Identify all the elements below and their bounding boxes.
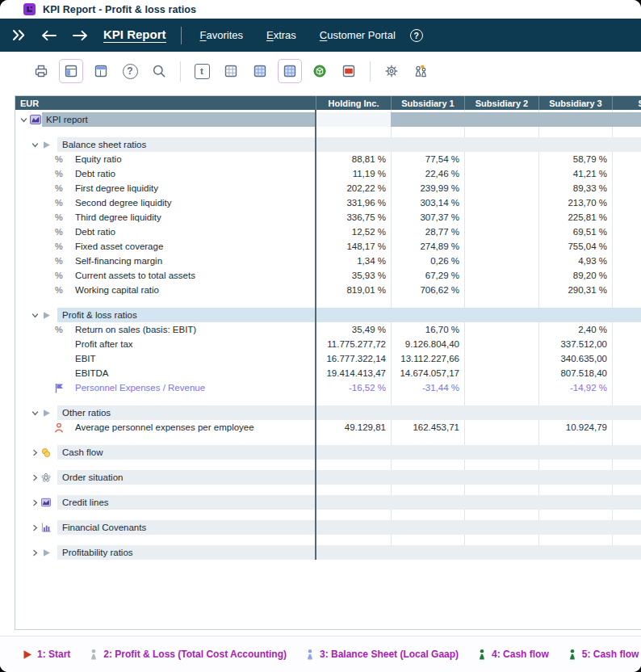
value-cell[interactable] <box>316 112 391 127</box>
row-label-cell[interactable]: KPI report <box>15 112 316 127</box>
nav-brand[interactable]: KPI Report <box>103 27 166 43</box>
value-cell[interactable]: 19.414.413,47 <box>316 366 391 380</box>
value-cell[interactable]: 148,17 % <box>316 239 391 254</box>
value-cell[interactable]: 706,62 % <box>391 283 464 297</box>
chevron-down-icon[interactable] <box>30 141 40 149</box>
value-cell[interactable]: 4,93 % <box>538 254 612 268</box>
value-cell[interactable] <box>391 137 464 152</box>
value-cell[interactable] <box>391 445 464 460</box>
column-header-subsidiary-1[interactable]: Subsidiary 1 <box>391 96 464 110</box>
tree-row[interactable]: %Self-financing margin1,34 %0,26 %4,93 % <box>15 254 641 268</box>
value-cell[interactable] <box>464 254 538 268</box>
value-cell[interactable] <box>612 420 641 435</box>
value-cell[interactable] <box>538 470 612 485</box>
help-icon[interactable]: ? <box>410 29 423 42</box>
value-cell[interactable]: 67,29 % <box>391 268 464 283</box>
value-cell[interactable]: 13.112.227,66 <box>391 351 464 366</box>
text-cell-button[interactable]: t <box>191 60 213 82</box>
tree-row[interactable]: %Working capital ratio819,01 %706,62 %29… <box>15 283 641 297</box>
tree-row[interactable]: %Fixed asset coverage148,17 %274,89 %755… <box>15 239 641 254</box>
menu-customer-portal[interactable]: Customer Portal <box>320 29 396 41</box>
value-cell[interactable]: 213,70 % <box>538 195 612 210</box>
value-cell[interactable] <box>316 545 391 560</box>
tree-row[interactable]: Order situation <box>15 470 641 485</box>
tree-row[interactable]: Cash flow <box>15 445 641 460</box>
value-cell[interactable] <box>612 137 641 152</box>
row-label-cell[interactable]: %Return on sales (basis: EBIT) <box>15 322 316 337</box>
value-cell[interactable]: -16,52 % <box>316 380 391 395</box>
value-cell[interactable]: 0,26 % <box>391 254 464 268</box>
value-cell[interactable]: 239,99 % <box>391 181 464 195</box>
value-cell[interactable] <box>464 181 538 195</box>
value-cell[interactable] <box>316 470 391 485</box>
value-cell[interactable]: 2,40 % <box>538 322 612 337</box>
tree-row[interactable]: Personnel Expenses / Revenue-16,52 %-31,… <box>15 380 641 395</box>
value-cell[interactable] <box>464 545 538 560</box>
tree-row[interactable]: Profitability ratios <box>15 545 641 560</box>
row-label-cell[interactable]: EBITDA <box>15 366 316 380</box>
value-cell[interactable] <box>391 495 464 510</box>
row-label-cell[interactable]: Profit & loss ratios <box>15 308 316 322</box>
row-label-cell[interactable]: Other ratios <box>15 405 316 420</box>
value-cell[interactable]: -31,44 % <box>391 380 464 395</box>
value-cell[interactable] <box>612 254 641 268</box>
value-cell[interactable] <box>612 268 641 283</box>
value-cell[interactable] <box>612 322 641 337</box>
settings-button[interactable] <box>380 60 403 82</box>
tree-row[interactable]: %Debt ratio12,52 %28,77 %69,51 % <box>15 225 641 239</box>
sheet-tab-2[interactable]: 2: Profit & Loss (Total Cost Accounting) <box>89 649 287 660</box>
tree-row[interactable]: %Third degree liquidity336,75 %307,37 %2… <box>15 210 641 225</box>
value-cell[interactable]: 819,01 % <box>316 283 391 297</box>
print-button[interactable] <box>30 60 52 82</box>
value-cell[interactable] <box>612 495 641 510</box>
value-cell[interactable]: 274,89 % <box>391 239 464 254</box>
value-cell[interactable] <box>538 137 612 152</box>
frozen-pane-divider[interactable] <box>315 110 316 560</box>
value-cell[interactable]: 88,81 % <box>316 152 391 166</box>
value-cell[interactable]: 331,96 % <box>316 195 391 210</box>
value-cell[interactable] <box>391 470 464 485</box>
tree-row[interactable]: %Second degree liquidity331,96 %303,14 %… <box>15 195 641 210</box>
row-label-cell[interactable]: Average personnel expenses per employee <box>15 420 316 435</box>
sheet-tab-4[interactable]: 4: Cash flow <box>477 649 549 660</box>
value-cell[interactable] <box>612 283 641 297</box>
row-label-cell[interactable]: %Working capital ratio <box>15 283 316 297</box>
value-cell[interactable] <box>464 366 538 380</box>
value-cell[interactable] <box>464 225 538 239</box>
value-cell[interactable] <box>612 366 641 380</box>
cube-green-button[interactable] <box>308 60 331 82</box>
value-cell[interactable]: 12,52 % <box>316 225 391 239</box>
value-cell[interactable]: 225,81 % <box>538 210 612 225</box>
value-cell[interactable]: 11,19 % <box>316 166 391 181</box>
tree-row[interactable]: Profit after tax11.775.277,729.126.804,4… <box>15 337 641 351</box>
row-label-cell[interactable]: Balance sheet ratios <box>15 137 316 152</box>
tree-row[interactable]: %First degree liquidity202,22 %239,99 %8… <box>15 181 641 195</box>
row-label-cell[interactable]: Profitability ratios <box>15 545 316 560</box>
menu-favorites[interactable]: Favorites <box>200 29 243 41</box>
value-cell[interactable]: 35,49 % <box>316 322 391 337</box>
value-cell[interactable]: 16,70 % <box>391 322 464 337</box>
grid-shaded-button[interactable] <box>249 60 271 82</box>
value-cell[interactable]: 41,21 % <box>538 166 612 181</box>
value-cell[interactable]: 89,33 % <box>538 181 612 195</box>
currency-header-cell[interactable]: EUR <box>15 96 316 110</box>
value-cell[interactable] <box>464 239 538 254</box>
value-cell[interactable] <box>391 520 464 535</box>
value-cell[interactable]: 340.635,00 <box>538 351 612 366</box>
row-label-cell[interactable]: %Third degree liquidity <box>15 210 316 225</box>
forward-arrow-icon[interactable] <box>72 30 89 41</box>
value-cell[interactable]: -14,92 % <box>538 380 612 395</box>
value-cell[interactable]: 14.674.057,17 <box>391 366 464 380</box>
row-label-cell[interactable]: %Debt ratio <box>15 225 316 239</box>
value-cell[interactable]: 69,51 % <box>538 225 612 239</box>
value-cell[interactable] <box>464 322 538 337</box>
value-cell[interactable]: 307,37 % <box>391 210 464 225</box>
value-cell[interactable]: 28,77 % <box>391 225 464 239</box>
help-button[interactable]: ? <box>119 60 141 82</box>
value-cell[interactable] <box>612 380 641 395</box>
value-cell[interactable] <box>464 268 538 283</box>
value-cell[interactable] <box>612 308 641 322</box>
tree-row[interactable]: %Return on sales (basis: EBIT)35,49 %16,… <box>15 322 641 337</box>
value-cell[interactable] <box>612 239 641 254</box>
sheet-tab-3[interactable]: 3: Balance Sheet (Local Gaap) <box>305 649 459 660</box>
